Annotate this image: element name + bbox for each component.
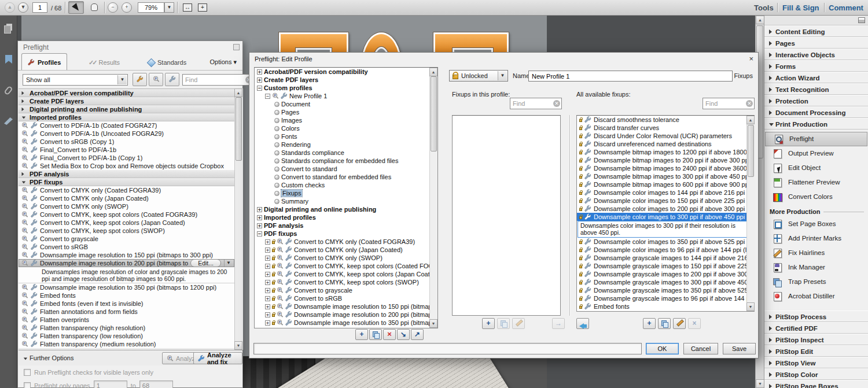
sidebar-panel-interactive-objects[interactable]: Interactive Objects — [764, 49, 868, 60]
chevron-down-icon[interactable]: ▼ — [117, 75, 127, 84]
profile-group-header[interactable]: PDF analysis — [19, 170, 234, 178]
duplicate-available-fixup-button[interactable] — [658, 318, 671, 329]
profile-list-item[interactable]: PFlatten overprints — [19, 316, 234, 324]
available-fixup-item[interactable]: Discard unreferenced named destinations — [577, 140, 754, 148]
comment-button[interactable]: Comment — [829, 3, 863, 12]
profile-list-item[interactable]: PFlatten transparency (high resolution) — [19, 324, 234, 332]
further-options-toggle[interactable]: Further Options — [23, 354, 73, 361]
tool-set-page-boxes[interactable]: Set Page Boxes — [764, 217, 868, 231]
tree-fixup-row[interactable]: +PConvert to CMYK only (SWOP) — [255, 254, 437, 262]
collapse-box-icon[interactable]: − — [265, 94, 270, 99]
sidebar-panel-certified-pdf[interactable]: Certified PDF — [764, 322, 868, 334]
expand-box-icon[interactable]: + — [265, 247, 270, 253]
chevron-down-icon[interactable]: ▼ — [498, 71, 507, 80]
expand-box-icon[interactable]: + — [265, 264, 270, 269]
tree-check-row[interactable]: Document — [255, 100, 437, 108]
profile-list-item[interactable]: PConvert to CMYK, keep spot colors (Japa… — [19, 219, 234, 227]
options-menu-button[interactable]: Options ▾ — [210, 58, 237, 66]
clear-search-icon[interactable]: ✕ — [553, 100, 560, 107]
available-fixup-item[interactable]: Downsample grayscale images to 350 ppi i… — [577, 286, 754, 294]
move-fixup-right-button[interactable]: → — [552, 318, 565, 329]
available-fixup-item[interactable]: Downsample grayscale images to 300 ppi i… — [577, 278, 754, 286]
sidebar-panel-document-processing[interactable]: Document Processing — [764, 106, 868, 118]
profile-fixups-find-input[interactable] — [510, 98, 552, 109]
tree-check-row[interactable]: Standards compliance for embedded files — [255, 157, 437, 165]
signatures-icon[interactable] — [4, 117, 13, 125]
profile-list-item[interactable]: PFlatten transparency (medium resolution… — [19, 340, 234, 348]
tool-convert-colors[interactable]: Convert Colors — [764, 190, 868, 204]
tool-flattener[interactable]: Flattener Preview — [764, 175, 868, 190]
sidebar-panel-text-recognition[interactable]: Text Recognition — [764, 83, 868, 95]
hand-tool-icon[interactable] — [86, 1, 102, 14]
close-icon[interactable]: × — [749, 54, 753, 63]
lock-state-dropdown[interactable]: Unlocked ▼ — [449, 70, 508, 82]
analyze-view-icon[interactable]: P — [149, 73, 163, 86]
tree-fixup-row[interactable]: +PConvert to CMYK, keep spot colors (Coa… — [255, 262, 437, 270]
move-fixup-to-profile-button[interactable] — [576, 318, 589, 329]
expand-box-icon[interactable]: + — [265, 296, 270, 301]
duplicate-profile-button[interactable] — [369, 329, 382, 340]
expand-box-icon[interactable]: + — [265, 320, 270, 326]
available-fixups-find-input[interactable] — [703, 98, 745, 109]
tree-scrollbar[interactable]: ▲ ▼ — [429, 68, 437, 328]
tool-preflight[interactable]: Preflight — [765, 132, 867, 146]
scrollbar-thumb[interactable] — [236, 97, 242, 161]
cancel-button[interactable]: Cancel — [683, 343, 718, 354]
scroll-down-icon[interactable]: ▼ — [746, 302, 755, 311]
collapse-box-icon[interactable]: − — [257, 231, 262, 237]
expand-box-icon[interactable]: + — [257, 215, 262, 220]
tools-button[interactable]: Tools — [754, 3, 774, 12]
fixups-scrollbar[interactable]: ▲ ▼ — [746, 116, 755, 311]
tree-group-row[interactable]: −Custom profiles — [255, 84, 437, 92]
available-fixup-item[interactable]: Downsample grayscale images to 96 ppi if… — [577, 294, 754, 302]
profile-list-item[interactable]: PFinal_Convert to PDF/A-1b (Copy 1) — [19, 154, 234, 162]
expand-box-icon[interactable]: + — [257, 77, 262, 83]
sidebar-panel-print-production[interactable]: Print Production — [764, 118, 868, 130]
scroll-up-icon[interactable]: ▲ — [746, 116, 755, 124]
available-fixup-item[interactable]: Downsample bitmap images to 200 ppi if a… — [577, 156, 754, 164]
scroll-up-icon[interactable]: ▲ — [429, 68, 437, 76]
tool-ink-manager[interactable]: Ink Manager — [764, 260, 868, 275]
profile-list-item[interactable]: PConvert to sRGB (Copy 1) — [19, 138, 234, 146]
show-filter-dropdown[interactable]: Show all ▼ — [23, 74, 128, 86]
tree-fixup-row[interactable]: +PDownsample image resolution to 350 ppi… — [255, 319, 437, 327]
sidebar-panel-pitstop-view[interactable]: PitStop View — [764, 357, 868, 368]
scrollbar-thumb[interactable] — [748, 125, 754, 177]
profile-list-item[interactable]: PConvert to grayscale — [19, 235, 234, 243]
available-fixup-item[interactable]: Embed fonts — [577, 302, 754, 311]
add-available-fixup-button[interactable]: + — [643, 318, 656, 329]
available-fixup-item[interactable]: Downsample grayscale images to 200 ppi i… — [577, 270, 754, 278]
available-fixup-item[interactable]: Discard transfer curves — [577, 124, 754, 132]
collapse-box-icon[interactable]: − — [257, 86, 262, 91]
tool-trap-presets[interactable]: Trap Presets — [764, 275, 868, 289]
scroll-down-icon[interactable]: ▼ — [756, 379, 764, 388]
profile-list-item[interactable]: PFlatten transparency (low resolution) — [19, 332, 234, 340]
profile-group-header[interactable]: PDF fixups — [19, 178, 234, 186]
profile-group-view-icon[interactable] — [133, 73, 147, 86]
profile-list-item[interactable]: PConvert to PDF/A-1b (Coated FOGRA27) — [19, 121, 234, 130]
profile-list-scrollbar[interactable]: ▲ ▼ — [234, 88, 243, 350]
expand-box-icon[interactable]: + — [265, 272, 270, 277]
collapse-arrow-icon[interactable] — [22, 117, 25, 119]
available-fixup-item[interactable]: Downsample color images to 144 ppi if ab… — [577, 189, 754, 197]
edit-available-fixup-button[interactable] — [673, 318, 686, 329]
profile-list-item[interactable]: PEmbed fonts (even if text is invisible) — [19, 300, 234, 308]
expand-box-icon[interactable]: + — [257, 223, 262, 228]
profile-fixups-find-box[interactable]: ✕ — [510, 98, 562, 109]
collapse-arrow-icon[interactable] — [22, 182, 25, 184]
profile-list-item[interactable]: PConvert to CMYK only (Coated FOGRA39) — [19, 186, 234, 194]
profile-list-item[interactable]: PConvert to CMYK only (SWOP) — [19, 202, 234, 210]
import-profile-button[interactable]: ↘ — [397, 329, 410, 340]
available-fixup-item[interactable]: Downsample bitmap images to 600 ppi if a… — [577, 180, 754, 189]
available-fixup-item[interactable]: Downsample color images to 300 ppi if ab… — [577, 213, 754, 221]
add-fixup-button[interactable]: + — [482, 318, 495, 329]
ok-button[interactable]: OK — [646, 343, 679, 354]
edit-profile-button[interactable]: Edit... — [190, 259, 221, 267]
tree-check-row[interactable]: Standards compliance — [255, 149, 437, 157]
profile-list-item[interactable]: PConvert to PDF/A-1b (Uncoated FOGRA29) — [19, 130, 234, 138]
profile-list-item[interactable]: PFinal_Convert to PDF/A-1b — [19, 146, 234, 154]
page-down-icon[interactable]: ▼ — [18, 2, 28, 13]
tree-profile-row[interactable]: −PNew Profile 1 — [255, 92, 437, 100]
profile-list-item[interactable]: PDownsample image resolution to 150 ppi … — [19, 251, 234, 259]
tree-check-row[interactable]: Custom checks — [255, 181, 437, 189]
